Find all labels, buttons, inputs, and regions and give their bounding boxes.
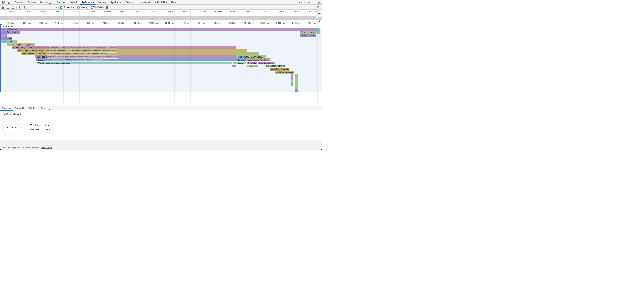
svg-text:20188 ms: 20188 ms (7, 126, 17, 129)
